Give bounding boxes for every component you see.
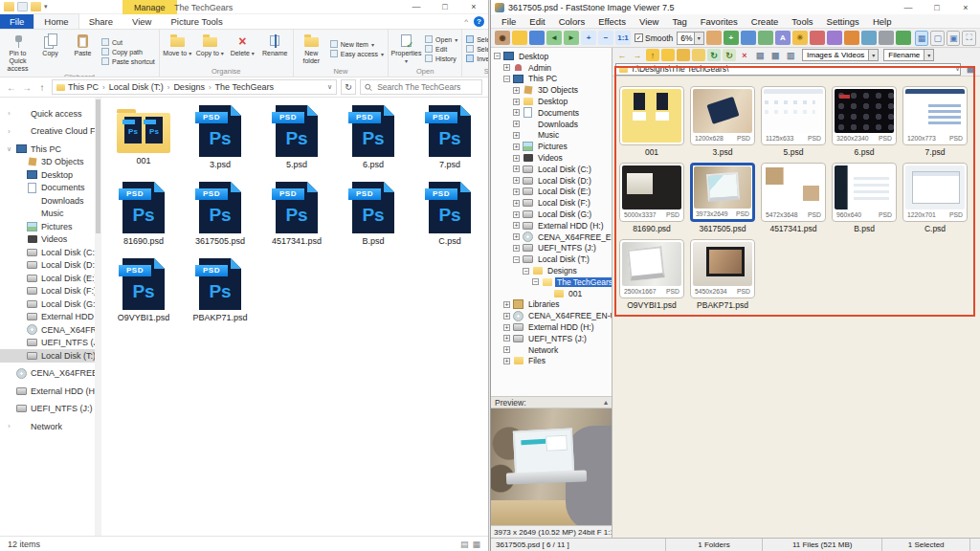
fullscreen-mode-button[interactable]: ⛶ <box>962 31 976 46</box>
pin-to-quick-access-button[interactable]: Pin to Quick access <box>2 31 33 73</box>
save-as-icon[interactable] <box>529 31 545 45</box>
rotate-left-icon[interactable]: ◄ <box>546 31 562 45</box>
paste-button[interactable]: Paste <box>67 31 99 73</box>
tree-item-cena-x64free-en-us-dv9-i[interactable]: +CENA_X64FREE_EN-US_DV9 (I:) <box>491 231 612 243</box>
file-filter-combo[interactable]: Images & Videos▾ <box>802 49 879 61</box>
tree-item-pictures[interactable]: +Pictures <box>491 141 612 152</box>
maximize-button[interactable]: □ <box>431 0 459 13</box>
sidebar-item-this-pc[interactable]: ∨This PC <box>0 143 95 156</box>
expand-icon[interactable]: + <box>513 177 520 184</box>
copy-path-button[interactable]: Copy path <box>101 48 155 55</box>
refresh-icon[interactable]: ↻ <box>341 79 356 95</box>
red-eye-icon[interactable] <box>810 31 825 45</box>
sidebar-item-documents[interactable]: Documents <box>0 182 95 195</box>
tree-item-local-disk-c[interactable]: +Local Disk (C:) <box>491 164 612 175</box>
zoom-level-combo[interactable]: 6%▾ <box>677 32 704 45</box>
compare-icon[interactable] <box>896 31 911 45</box>
sidebar-item-local-disk-f[interactable]: Local Disk (F:) <box>0 285 95 298</box>
thumbnail-card[interactable]: 5450x2634PSD <box>690 239 755 298</box>
sidebar-item-downloads[interactable]: Downloads <box>0 194 95 208</box>
tree-item-uefi-ntfs-j[interactable]: +UEFI_NTFS (J:) <box>491 333 612 344</box>
view-list-icon[interactable]: ▥ <box>784 49 797 61</box>
rename-button[interactable]: Rename <box>259 31 291 67</box>
browse-mode-button[interactable]: ▦ <box>915 31 929 46</box>
new-item-button[interactable]: New item▾ <box>330 40 384 48</box>
thumbnail-001[interactable]: 001 <box>617 86 686 163</box>
tree-item-desktop[interactable]: +Desktop <box>491 96 612 107</box>
collapse-preview-icon[interactable]: ▴ <box>604 398 608 407</box>
portrait-mode-button[interactable]: ▣ <box>947 31 961 46</box>
expand-icon[interactable]: + <box>513 121 520 127</box>
view-details-icon[interactable]: ▤ <box>460 540 469 549</box>
breadcrumb-item-designs[interactable]: Designs <box>173 82 205 92</box>
thumbnail-c-psd[interactable]: 1220x701PSDC.psd <box>901 163 969 239</box>
expand-icon[interactable]: + <box>513 245 520 252</box>
view-detail-icon[interactable]: ▤ <box>753 49 767 61</box>
path-dropdown-icon[interactable]: ∨ <box>955 65 960 73</box>
tree-item-files[interactable]: +Files <box>491 356 612 367</box>
menu-tools[interactable]: Tools <box>785 16 819 27</box>
forward-icon[interactable]: → <box>21 82 33 93</box>
view-large-icons-icon[interactable]: ▦ <box>472 540 480 549</box>
file-item-6-psd[interactable]: PSDPs6.psd <box>336 103 411 180</box>
expand-icon[interactable]: + <box>513 211 520 218</box>
thumbnail-7-psd[interactable]: 1200x773PSD7.psd <box>901 86 969 163</box>
thumbnail-card[interactable]: 1125x633PSD <box>761 86 826 145</box>
tree-item-local-disk-t[interactable]: −Local Disk (T:) <box>491 253 612 265</box>
collapse-icon[interactable]: − <box>523 268 529 275</box>
tree-item-downloads[interactable]: +Downloads <box>491 119 612 130</box>
draw-annotate-icon[interactable]: A <box>775 31 791 45</box>
file-item-o9vybi1-psd[interactable]: PSDPsO9VYBI1.psd <box>106 256 181 333</box>
effects-icon[interactable] <box>844 31 859 45</box>
expand-icon[interactable]: + <box>513 99 520 105</box>
tree-item-local-disk-f[interactable]: +Local Disk (F:) <box>491 197 612 209</box>
thumbnail-card[interactable]: 5000x3337PSD <box>619 163 684 222</box>
open-folder-icon[interactable] <box>512 31 527 45</box>
favorites-folder-icon[interactable] <box>677 49 690 61</box>
sidebar-item-desktop[interactable]: Desktop <box>0 168 95 182</box>
search-box[interactable] <box>360 79 482 95</box>
delete-button[interactable]: × Delete ▾ <box>227 31 258 67</box>
clone-stamp-icon[interactable] <box>827 31 842 45</box>
back-icon[interactable]: ← <box>6 82 17 93</box>
back-icon[interactable]: ← <box>615 49 629 61</box>
expand-icon[interactable]: + <box>513 155 520 162</box>
tree-item-external-hdd-h[interactable]: +External HDD (H:) <box>491 321 612 333</box>
sidebar-item-pictures[interactable]: Pictures <box>0 220 95 233</box>
sidebar-scrollbar[interactable] <box>95 98 101 536</box>
tree-item-local-disk-d[interactable]: +Local Disk (D:) <box>491 175 612 187</box>
sidebar-item-local-disk-c[interactable]: Local Disk (C:) <box>0 246 95 259</box>
sidebar-item-network[interactable]: ›Network <box>0 420 95 433</box>
paste-shortcut-button[interactable]: Paste shortcut <box>101 57 155 65</box>
expand-icon[interactable]: + <box>513 143 520 150</box>
adjust-lighting-icon[interactable]: ☀ <box>792 31 808 45</box>
thumbnail-card[interactable]: 1220x701PSD <box>902 163 968 222</box>
file-item-pbakp71-psd[interactable]: PSDPsPBAKP71.psd <box>183 256 257 333</box>
file-item-5-psd[interactable]: PSDPs5.psd <box>259 103 334 180</box>
file-item-b-psd[interactable]: PSDPsB.psd <box>336 180 411 256</box>
rotate-right-icon[interactable]: ► <box>564 31 579 45</box>
sort-dropdown-icon[interactable]: ▾ <box>924 50 933 60</box>
thumbnail-4517341-psd[interactable]: 5472x3648PSD4517341.psd <box>759 163 828 239</box>
filter-dropdown-icon[interactable]: ▾ <box>868 50 878 60</box>
collapse-icon[interactable]: − <box>503 76 510 82</box>
tree-item-001[interactable]: 001 <box>491 288 612 299</box>
tab-picture-tools[interactable]: Picture Tools <box>161 14 232 29</box>
expand-chevron-icon[interactable]: › <box>6 423 12 430</box>
tree-item-3d-objects[interactable]: +3D Objects <box>491 84 612 96</box>
open-button[interactable]: Open▾ <box>425 35 457 43</box>
customize-toolbar-icon[interactable]: ▾ <box>44 3 48 11</box>
thumbnail-6-psd[interactable]: 3260x2340PSD6.psd <box>830 86 899 163</box>
minimize-button[interactable]: — <box>894 0 923 14</box>
thumbnail-3-psd[interactable]: 1200x628PSD3.psd <box>688 86 757 163</box>
file-item-4517341-psd[interactable]: PSDPs4517341.psd <box>259 180 334 256</box>
easy-access-button[interactable]: Easy access▾ <box>330 50 384 57</box>
sidebar-item-3d-objects[interactable]: 3D Objects <box>0 156 95 169</box>
tree-item-admin[interactable]: +Admin <box>491 62 612 74</box>
expand-icon[interactable]: + <box>503 335 510 342</box>
tree-item-documents[interactable]: +Documents <box>491 107 612 119</box>
tree-item-music[interactable]: +Music <box>491 130 612 142</box>
invert-selection-button[interactable]: Invert selection <box>466 55 488 62</box>
copy-to-folder-icon[interactable] <box>741 31 756 45</box>
expand-icon[interactable]: + <box>513 132 520 139</box>
